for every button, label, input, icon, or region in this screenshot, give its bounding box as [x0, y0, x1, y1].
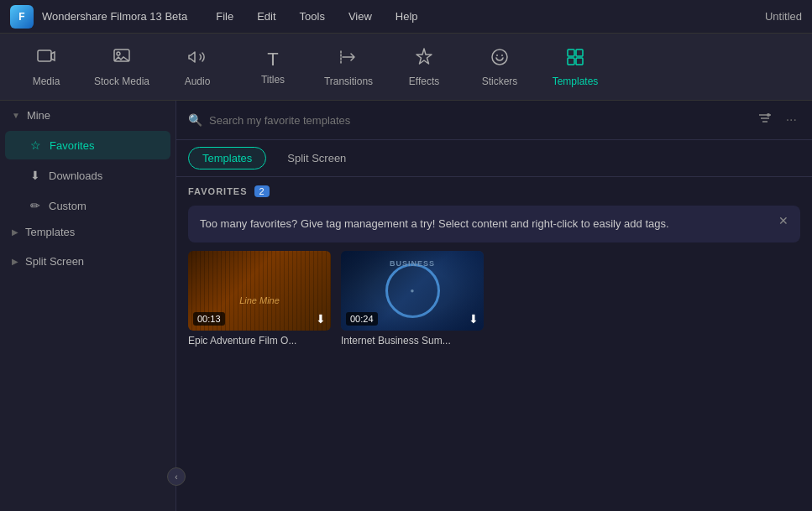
chevron-down-icon: ▼ [12, 111, 20, 120]
transitions-icon [338, 47, 359, 72]
svg-point-13 [767, 113, 770, 117]
media-icon [36, 47, 56, 72]
audio-icon [187, 47, 207, 72]
toolbar-media[interactable]: Media [8, 35, 84, 98]
toolbar-stock-media[interactable]: Stock Media [84, 35, 160, 98]
titles-icon: T [267, 49, 278, 70]
favorites-section-header: FAVORITES 2 [176, 177, 812, 202]
filter-icon[interactable] [754, 109, 776, 131]
sidebar-mine-section[interactable]: ▼ Mine [0, 101, 175, 130]
svg-point-4 [496, 55, 498, 56]
sidebar-split-screen-label: Split Screen [25, 255, 84, 268]
templates-grid: Line Mine 00:13 ⬇ Epic Adventure Film O.… [176, 251, 812, 358]
template-card-internet-business[interactable]: BUSINESS ● 00:24 ⬇ Internet Business Sum… [341, 251, 484, 347]
title-bar: F Wondershare Filmora 13 Beta File Edit … [0, 0, 812, 34]
menu-bar: File Edit Tools View Help [212, 8, 757, 24]
svg-point-2 [117, 52, 120, 55]
toolbar-titles[interactable]: T Titles [235, 35, 311, 98]
sidebar-templates-group[interactable]: ▶ Templates [0, 221, 175, 247]
svg-rect-6 [568, 50, 574, 56]
svg-rect-0 [38, 50, 51, 61]
toolbar-media-label: Media [33, 76, 60, 87]
search-icon: 🔍 [188, 113, 202, 127]
template-thumb-2: BUSINESS ● 00:24 ⬇ [341, 251, 484, 331]
toolbar-transitions-label: Transitions [324, 76, 373, 87]
chevron-right-icon: ▶ [12, 227, 18, 237]
sub-tab-templates[interactable]: Templates [188, 147, 266, 169]
template-download-icon-1[interactable]: ⬇ [316, 312, 326, 326]
app-logo: F [10, 5, 34, 29]
template-duration-1: 00:13 [193, 312, 225, 326]
toolbar-effects[interactable]: Effects [386, 35, 462, 98]
toolbar: Media Stock Media Audio T Titles [0, 34, 812, 101]
template-name-2: Internet Business Sum... [341, 335, 484, 347]
collapse-sidebar-button[interactable]: ‹ [167, 467, 186, 486]
toolbar-templates-label: Templates [553, 76, 599, 87]
download-icon: ⬇ [30, 169, 40, 182]
svg-rect-9 [576, 58, 583, 65]
circle-ring: ● [385, 263, 440, 318]
svg-point-5 [501, 55, 503, 56]
toolbar-titles-label: Titles [261, 74, 285, 86]
info-banner: Too many favorites? Give tag management … [188, 206, 800, 242]
template-thumb-1: Line Mine 00:13 ⬇ [188, 251, 331, 331]
toolbar-audio-label: Audio [185, 76, 211, 87]
main-area: ▼ Mine ☆ Favorites ⬇ Downloads ✏ Custom … [0, 101, 812, 511]
menu-file[interactable]: File [212, 8, 237, 24]
search-bar: 🔍 ··· [176, 101, 812, 140]
toolbar-transitions[interactable]: Transitions [311, 35, 386, 98]
sub-tab-split-screen[interactable]: Split Screen [273, 147, 360, 169]
stickers-icon [490, 47, 510, 72]
pencil-icon: ✏ [30, 199, 40, 212]
close-banner-button[interactable]: ✕ [775, 212, 792, 229]
menu-view[interactable]: View [345, 8, 375, 24]
toolbar-stock-label: Stock Media [94, 76, 149, 87]
window-title: Untitled [765, 10, 802, 23]
sidebar-item-downloads[interactable]: ⬇ Downloads [5, 161, 170, 190]
templates-icon [565, 47, 585, 72]
collapse-icon: ‹ [175, 472, 177, 482]
toolbar-audio[interactable]: Audio [160, 35, 235, 98]
template-duration-2: 00:24 [346, 312, 378, 326]
sidebar-downloads-label: Downloads [49, 169, 102, 182]
template-card-epic-adventure[interactable]: Line Mine 00:13 ⬇ Epic Adventure Film O.… [188, 251, 331, 347]
film-text: Line Mine [239, 295, 280, 305]
svg-rect-8 [568, 58, 574, 65]
sidebar-split-screen-group[interactable]: ▶ Split Screen [0, 247, 175, 276]
menu-edit[interactable]: Edit [254, 8, 279, 24]
svg-rect-7 [576, 50, 583, 56]
menu-help[interactable]: Help [392, 8, 422, 24]
sidebar-item-custom[interactable]: ✏ Custom [5, 191, 170, 220]
biz-label: BUSINESS [390, 259, 435, 268]
search-input[interactable] [209, 114, 747, 127]
toolbar-stickers[interactable]: Stickers [462, 35, 537, 98]
toolbar-stickers-label: Stickers [482, 76, 518, 87]
effects-icon [414, 47, 434, 72]
favorites-label: FAVORITES [188, 186, 248, 196]
sidebar-item-favorites[interactable]: ☆ Favorites [5, 131, 170, 159]
sidebar-mine-label: Mine [27, 109, 50, 122]
template-download-icon-2[interactable]: ⬇ [469, 312, 479, 326]
sub-tabs: Templates Split Screen [176, 140, 812, 177]
chevron-right-icon-2: ▶ [12, 257, 18, 266]
content-panel: 🔍 ··· Templates Split Screen FAVORITES 2 [176, 101, 812, 511]
menu-tools[interactable]: Tools [296, 8, 328, 24]
more-options-icon[interactable]: ··· [783, 111, 800, 129]
info-banner-text: Too many favorites? Give tag management … [200, 217, 669, 230]
sidebar: ▼ Mine ☆ Favorites ⬇ Downloads ✏ Custom … [0, 101, 176, 511]
stock-media-icon [112, 47, 132, 72]
star-icon: ☆ [30, 138, 41, 152]
svg-point-3 [492, 50, 507, 65]
sidebar-templates-group-label: Templates [25, 226, 75, 238]
favorites-count-badge: 2 [254, 185, 270, 197]
toolbar-effects-label: Effects [409, 76, 439, 87]
app-name: Wondershare Filmora 13 Beta [42, 10, 187, 23]
toolbar-templates[interactable]: Templates [537, 35, 613, 98]
template-name-1: Epic Adventure Film O... [188, 335, 331, 347]
sidebar-custom-label: Custom [49, 200, 86, 212]
sidebar-favorites-label: Favorites [50, 139, 94, 152]
